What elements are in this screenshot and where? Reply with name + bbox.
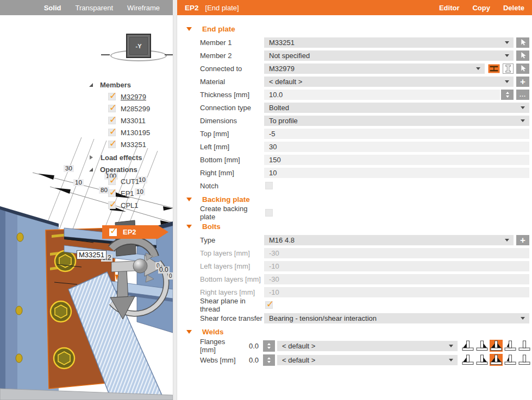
expander-closed-icon[interactable]	[90, 155, 93, 160]
bottom-input[interactable]: 150	[264, 155, 529, 165]
row-flanges-weld: Flanges [mm] 0.0 < default >	[177, 339, 532, 353]
chevron-down-icon	[449, 359, 453, 361]
tree-item-ep1[interactable]: EP1	[89, 188, 134, 199]
step-down-icon[interactable]	[267, 347, 271, 349]
tree-item-ep2-selected[interactable]: EP2	[102, 225, 168, 239]
webs-weld-stepper[interactable]	[263, 354, 275, 366]
row-left-layers: Left layers [mm] -10	[177, 259, 532, 272]
flanges-weld-material-dropdown[interactable]: < default >	[277, 341, 458, 351]
weld-fillet-left-button[interactable]	[461, 340, 474, 352]
operation-header-bar: EP2 [End plate] Editor Copy Delete	[177, 0, 532, 15]
viewcube-tick-left	[101, 54, 110, 55]
weld-butt-button[interactable]	[518, 354, 531, 366]
tree-item-m33251[interactable]: M33251	[89, 139, 146, 150]
checkbox-checked-icon[interactable]	[108, 129, 116, 136]
step-down-icon[interactable]	[506, 96, 509, 98]
pick-member-button[interactable]	[516, 37, 529, 48]
view-mode-transparent[interactable]: Transparent	[75, 4, 113, 12]
member2-dropdown[interactable]: Not specified	[264, 50, 514, 61]
view-mode-solid[interactable]: Solid	[44, 4, 61, 12]
flange-section-icon	[489, 65, 499, 73]
member1-dropdown[interactable]: M33251	[264, 37, 514, 48]
right-input[interactable]: 10	[264, 168, 529, 178]
flanges-weld-stepper[interactable]	[263, 340, 275, 352]
notch-checkbox[interactable]	[265, 182, 273, 189]
dim-label-30: 30	[64, 165, 74, 172]
tree-item-m285299[interactable]: M285299	[89, 103, 150, 114]
checkbox-checked-icon[interactable]	[108, 93, 116, 100]
step-down-icon[interactable]	[267, 361, 271, 363]
weld-fillet-both-button-selected[interactable]	[490, 354, 503, 366]
dimensions-dropdown[interactable]: To profile	[264, 116, 529, 126]
steel-connection-render	[0, 15, 173, 400]
checkbox-checked-icon[interactable]	[109, 228, 117, 236]
expander-open-icon[interactable]	[89, 168, 93, 172]
thickness-input[interactable]: 10.0	[264, 90, 500, 100]
tree-node-operations[interactable]: Operations	[89, 164, 137, 175]
chevron-down-icon	[476, 67, 480, 70]
editor-button[interactable]: Editor	[439, 4, 460, 12]
viewport-3d[interactable]: -Y 30 100 10 80 10 10 M33251 0.2 0 0.0 0…	[0, 15, 173, 400]
section-welds[interactable]: Welds	[177, 325, 532, 339]
dim-label-10a: 10	[73, 179, 84, 186]
to-flange-toggle-active[interactable]	[487, 64, 500, 74]
tree-item-m32979[interactable]: M32979	[89, 91, 146, 102]
checkbox-checked-icon[interactable]	[108, 177, 116, 185]
checkbox-checked-icon[interactable]	[108, 189, 116, 197]
weld-fillet-right-button[interactable]	[475, 340, 489, 352]
webs-weld-material-dropdown[interactable]: < default >	[277, 355, 458, 365]
row-material: Material < default > +	[177, 75, 532, 88]
checkbox-checked-icon[interactable]	[108, 117, 116, 124]
weld-fillet-right-button[interactable]	[475, 354, 489, 366]
copy-button[interactable]: Copy	[472, 4, 490, 12]
tree-node-load-effects[interactable]: Load effects	[89, 152, 142, 163]
section-collapse-icon[interactable]	[186, 198, 192, 201]
connected-to-dropdown[interactable]: M32979	[264, 64, 485, 74]
shear-plane-checkbox[interactable]	[265, 301, 273, 309]
step-up-icon[interactable]	[506, 92, 509, 94]
left-input[interactable]: 30	[264, 142, 529, 152]
viewcube[interactable]: -Y	[126, 34, 151, 58]
weld-bevel-button[interactable]	[504, 340, 517, 352]
checkbox-checked-icon[interactable]	[108, 201, 116, 209]
section-end-plate[interactable]: End plate	[177, 22, 532, 36]
top-input[interactable]: -5	[264, 129, 529, 139]
flanges-weld-size: 0.0	[242, 342, 259, 350]
operation-type: [End plate]	[205, 4, 239, 12]
weld-bevel-button[interactable]	[504, 354, 517, 366]
section-collapse-icon[interactable]	[186, 330, 192, 334]
pick-member-button[interactable]	[516, 64, 529, 74]
tree-item-m33011[interactable]: M33011	[89, 115, 146, 126]
thickness-more-button[interactable]: ...	[516, 90, 529, 100]
thickness-stepper[interactable]	[501, 90, 514, 100]
add-material-button[interactable]: +	[516, 77, 529, 87]
checkbox-checked-icon[interactable]	[108, 105, 116, 112]
section-bolts[interactable]: Bolts	[177, 219, 532, 233]
create-backing-plate-checkbox[interactable]	[265, 209, 273, 217]
pick-member-button[interactable]	[516, 50, 529, 61]
to-web-toggle[interactable]	[503, 64, 514, 74]
weld-fillet-left-button[interactable]	[461, 354, 474, 366]
add-bolt-assembly-button[interactable]: +	[516, 235, 529, 245]
expander-open-icon[interactable]	[89, 83, 93, 87]
tree-item-cpl1[interactable]: CPL1	[89, 200, 139, 211]
connection-type-dropdown[interactable]: Bolted	[264, 103, 529, 113]
tree-item-cut1[interactable]: CUT1	[89, 176, 139, 187]
shear-transfer-dropdown[interactable]: Bearing - tension/shear interaction	[264, 313, 529, 323]
delete-button[interactable]: Delete	[503, 4, 524, 12]
material-dropdown[interactable]: < default >	[264, 77, 514, 87]
tree-node-members[interactable]: Members	[89, 79, 131, 90]
step-up-icon[interactable]	[267, 357, 271, 359]
checkbox-checked-icon[interactable]	[108, 141, 116, 148]
section-collapse-icon[interactable]	[186, 27, 192, 31]
step-up-icon[interactable]	[267, 343, 271, 345]
section-collapse-icon[interactable]	[186, 225, 192, 228]
webs-weld-type-buttons	[460, 354, 531, 366]
bolt-type-dropdown[interactable]: M16 4.8	[264, 235, 514, 245]
weld-butt-button[interactable]	[518, 340, 531, 352]
view-mode-wireframe[interactable]: Wireframe	[127, 4, 160, 12]
weld-fillet-both-button-selected[interactable]	[490, 340, 503, 352]
panel-splitter[interactable]	[173, 15, 177, 400]
viewcube-face-label: -Y	[136, 43, 142, 49]
tree-item-m130195[interactable]: M130195	[89, 127, 150, 138]
